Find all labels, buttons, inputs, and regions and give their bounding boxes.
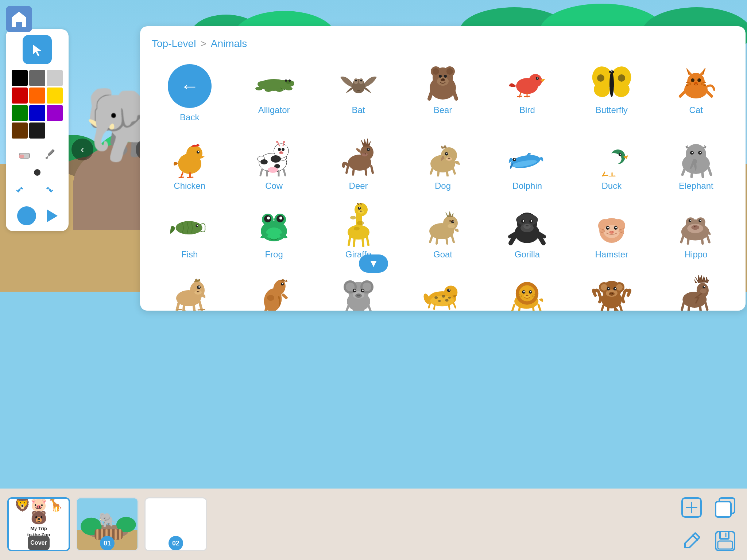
animal-fish[interactable]: Fish	[152, 204, 227, 264]
kangaroo-image	[254, 277, 294, 311]
svg-point-119	[357, 221, 364, 225]
svg-point-17	[355, 80, 357, 82]
home-button[interactable]	[6, 6, 32, 32]
animal-kangaroo[interactable]: Kangaroo	[236, 273, 311, 311]
color-black[interactable]	[12, 70, 28, 86]
filmstrip: 🦁🐷🦒🐻 My Tripto the Zoo 🐊 Cover 🐘	[0, 489, 747, 560]
back-button[interactable]: ← Back	[152, 60, 227, 127]
color-lightgray[interactable]	[47, 70, 63, 86]
animal-moose[interactable]: Moose	[658, 273, 734, 311]
canvas-prev-button[interactable]: ‹	[71, 139, 93, 160]
frog-image	[254, 209, 294, 245]
svg-point-136	[523, 224, 531, 229]
animal-hamster[interactable]: Hamster	[574, 204, 649, 264]
duck-image	[592, 140, 632, 176]
duplicate-button[interactable]	[711, 493, 740, 522]
fill-color-button[interactable]	[17, 206, 36, 225]
color-orange[interactable]	[29, 88, 45, 104]
animal-cat[interactable]: Cat	[658, 60, 734, 127]
animal-leopard[interactable]: Leopard	[405, 273, 480, 311]
svg-point-45	[687, 73, 705, 90]
hamster-image	[592, 209, 632, 245]
svg-point-52	[186, 145, 202, 162]
animal-frog[interactable]: Frog	[236, 204, 311, 264]
animal-goat[interactable]: Goat	[405, 204, 480, 264]
tools-row	[12, 144, 63, 163]
animal-alligator[interactable]: Alligator	[236, 60, 311, 127]
svg-point-27	[444, 75, 447, 78]
play-button[interactable]	[47, 209, 58, 222]
dolphin-label: Dolphin	[512, 181, 542, 191]
undo-button[interactable]	[12, 183, 31, 202]
animal-elephant[interactable]: Elephant	[658, 136, 734, 195]
svg-point-74	[362, 153, 368, 156]
add-page-button[interactable]	[677, 493, 706, 522]
svg-point-69	[268, 167, 278, 173]
animal-deer[interactable]: Deer	[321, 136, 396, 195]
scroll-down-button[interactable]: ▼	[359, 254, 388, 273]
eyedropper-button[interactable]	[40, 144, 59, 163]
breadcrumb-separator: >	[200, 38, 206, 50]
animal-dog[interactable]: Dog	[405, 136, 480, 195]
animal-dolphin[interactable]: Dolphin	[489, 136, 565, 195]
animal-gorilla[interactable]: Gorilla	[489, 204, 565, 264]
color-red[interactable]	[12, 88, 28, 104]
fish-label: Fish	[181, 249, 198, 260]
animal-koala[interactable]: Koala	[321, 273, 396, 311]
hamster-label: Hamster	[595, 249, 628, 260]
animal-hippo[interactable]: Hippo	[658, 204, 734, 264]
svg-point-24	[446, 68, 453, 75]
svg-point-133	[523, 220, 524, 222]
svg-rect-248	[720, 532, 729, 539]
svg-point-98	[700, 152, 701, 153]
svg-point-80	[446, 153, 447, 154]
animal-giraffe[interactable]: Giraffe	[321, 204, 396, 264]
svg-rect-240	[119, 529, 121, 540]
breadcrumb-parent[interactable]: Top-Level	[152, 38, 196, 50]
svg-text:🐘: 🐘	[98, 512, 116, 528]
moose-image	[676, 277, 716, 311]
svg-point-109	[266, 228, 282, 239]
page-thumb-01[interactable]: 🐘 01	[76, 497, 139, 551]
edit-button[interactable]	[677, 526, 706, 556]
animal-duck[interactable]: Duck	[574, 136, 649, 195]
svg-point-227	[700, 289, 707, 293]
cursor-tool-button[interactable]	[23, 35, 52, 64]
color-darkgray[interactable]	[29, 122, 45, 139]
color-blue[interactable]	[29, 105, 45, 121]
svg-point-122	[443, 216, 458, 230]
animal-lion[interactable]: Lion	[489, 273, 565, 311]
duck-label: Duck	[602, 181, 622, 191]
animal-butterfly[interactable]: Butterfly	[574, 60, 649, 127]
save-button[interactable]	[711, 526, 740, 556]
svg-point-123	[448, 224, 455, 228]
color-green[interactable]	[12, 105, 28, 121]
svg-point-115	[358, 210, 364, 214]
animal-cow[interactable]: Cow	[236, 136, 311, 195]
animal-bat[interactable]: Bat	[321, 60, 396, 127]
svg-point-126	[449, 220, 451, 222]
gorilla-label: Gorilla	[515, 249, 540, 260]
animal-bird[interactable]: Bird	[489, 60, 565, 127]
page-thumb-cover[interactable]: 🦁🐷🦒🐻 My Tripto the Zoo 🐊 Cover	[7, 497, 70, 551]
color-brown[interactable]	[12, 122, 28, 139]
color-yellow[interactable]	[47, 88, 63, 104]
animal-horse[interactable]: Horse	[152, 273, 227, 311]
redo-button[interactable]	[39, 183, 58, 202]
svg-point-86	[514, 159, 516, 160]
svg-point-64	[278, 148, 281, 151]
animal-monkey[interactable]: Monkey	[574, 273, 649, 311]
hippo-image	[676, 209, 716, 245]
svg-point-127	[452, 220, 453, 222]
svg-point-168	[198, 291, 199, 292]
page-thumb-02[interactable]: 02	[144, 497, 207, 551]
eraser-button[interactable]	[15, 144, 34, 163]
animal-chicken[interactable]: Chicken	[152, 136, 227, 195]
animal-bear[interactable]: Bear	[405, 60, 480, 127]
alligator-image	[254, 64, 294, 101]
color-gray[interactable]	[29, 70, 45, 86]
svg-point-41	[609, 71, 614, 97]
svg-point-158	[700, 220, 701, 221]
color-purple[interactable]	[47, 105, 63, 121]
svg-rect-239	[115, 529, 117, 540]
